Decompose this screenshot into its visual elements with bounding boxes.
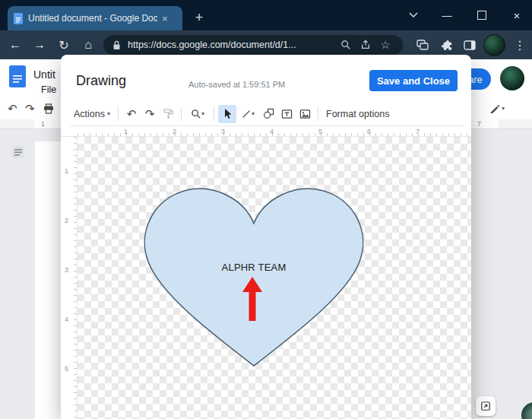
docs-ruler-right [471, 119, 499, 129]
close-window-button[interactable]: × [500, 0, 532, 30]
document-outline-icon[interactable] [11, 144, 26, 160]
ruler-number: 1 [124, 128, 128, 135]
drawing-canvas[interactable]: ALPHR TEAM [78, 137, 471, 419]
explore-button[interactable] [476, 396, 496, 416]
chevron-down-icon: ▾ [201, 110, 204, 117]
insert-image-tool-button[interactable] [296, 105, 314, 123]
lock-icon [111, 36, 122, 54]
tab-title: Untitled document - Google Doc [28, 13, 157, 24]
toolbar-separator [118, 107, 119, 121]
browser-window: Untitled document - Google Doc × + — × ←… [0, 0, 532, 419]
drawing-toolbar: Actions ▾ ↶ ↷ ▾ ▾ [70, 102, 465, 126]
chevron-down-icon: ▾ [107, 110, 110, 117]
image-icon [299, 109, 311, 119]
docs-avatar[interactable] [500, 66, 524, 90]
browser-menu-icon[interactable]: ⋮ [509, 30, 530, 59]
url-text: https://docs.google.com/document/d/1... [128, 40, 336, 50]
ruler-horizontal: 1234567 [78, 128, 471, 137]
ruler-number: 3 [65, 266, 68, 274]
cursor-icon [222, 108, 233, 119]
share-page-icon[interactable] [356, 36, 375, 54]
line-tool-button[interactable]: ▾ [236, 105, 259, 123]
dialog-title: Drawing [76, 73, 126, 89]
format-options-label: Format options [326, 109, 389, 119]
window-menu-chevron-icon[interactable] [397, 0, 430, 30]
drawing-dialog: Drawing Auto-saved at 1:59:51 PM Save an… [61, 55, 471, 419]
zoom-page-icon[interactable] [336, 36, 356, 54]
toolbar-separator [181, 107, 182, 121]
ruler-number: 1 [65, 167, 68, 175]
ruler-number: 6 [367, 128, 371, 135]
editing-mode-button[interactable]: ▾ [489, 100, 514, 116]
actions-menu[interactable]: Actions ▾ [70, 105, 114, 123]
new-tab-button[interactable]: + [190, 8, 208, 27]
bookmark-star-icon[interactable]: ☆ [375, 36, 395, 54]
arrow-shape[interactable] [242, 277, 263, 321]
toolbar-separator [318, 107, 318, 121]
browser-tab[interactable]: Untitled document - Google Doc × [8, 6, 182, 30]
docs-page-edge [35, 141, 61, 419]
tab-close-icon[interactable]: × [162, 14, 168, 24]
undo-button[interactable]: ↶ [122, 105, 141, 123]
chevron-down-icon: ▾ [252, 110, 255, 117]
actions-label: Actions [74, 109, 105, 119]
ruler-number: 4 [65, 316, 68, 323]
heart-shape[interactable] [132, 179, 375, 373]
heart-label[interactable]: ALPHR TEAM [193, 262, 315, 273]
autosave-status: Auto-saved at 1:59:51 PM [188, 80, 285, 89]
titlebar: Untitled document - Google Doc × + — × [0, 0, 532, 30]
select-tool-button[interactable] [218, 105, 236, 123]
forward-button[interactable]: → [29, 30, 50, 59]
save-and-close-button[interactable]: Save and Close [369, 70, 458, 91]
docs-favicon-icon [14, 13, 23, 24]
back-button[interactable]: ← [5, 30, 26, 59]
shapes-icon [263, 108, 274, 119]
zoom-tool-button[interactable]: ▾ [185, 105, 210, 123]
text-box-tool-button[interactable] [277, 105, 296, 123]
profile-avatar[interactable] [483, 34, 505, 56]
ruler-number: 7 [416, 128, 420, 135]
file-menu[interactable]: File [41, 84, 56, 95]
docs-ruler-number-left: 1 [41, 120, 45, 128]
docs-print-icon[interactable] [43, 103, 54, 114]
chevron-down-icon: ▾ [502, 105, 505, 112]
ruler-number: 5 [318, 128, 322, 135]
shape-tool-button[interactable] [259, 105, 277, 123]
ruler-number: 3 [221, 128, 225, 135]
ruler-number: 2 [65, 217, 68, 224]
docs-redo-icon[interactable]: ↷ [25, 102, 35, 116]
docs-logo-icon[interactable] [9, 65, 27, 88]
maximize-icon [477, 11, 486, 20]
magnifier-icon [191, 109, 201, 119]
docs-undo-icon[interactable]: ↶ [8, 102, 17, 116]
maximize-button[interactable] [465, 0, 499, 30]
docs-ruler-left [34, 119, 61, 129]
format-options-button[interactable]: Format options [322, 105, 393, 123]
toolbar-separator [214, 107, 214, 121]
ruler-number: 5 [65, 365, 68, 373]
doc-title-partial[interactable]: Untit [33, 68, 55, 81]
line-icon [241, 109, 252, 119]
docs-ruler-number-right: 7 [477, 120, 481, 128]
ruler-corner [61, 128, 78, 137]
minimize-button[interactable]: — [430, 0, 464, 30]
address-bar[interactable]: https://docs.google.com/document/d/1... … [103, 35, 403, 55]
ruler-number: 2 [173, 128, 176, 135]
redo-button[interactable]: ↷ [141, 105, 159, 123]
ruler-vertical: 12345 [61, 137, 78, 419]
text-box-icon [281, 109, 293, 119]
paint-format-button[interactable] [159, 105, 177, 123]
ruler-number: 4 [270, 128, 274, 135]
pencil-icon [489, 103, 499, 113]
